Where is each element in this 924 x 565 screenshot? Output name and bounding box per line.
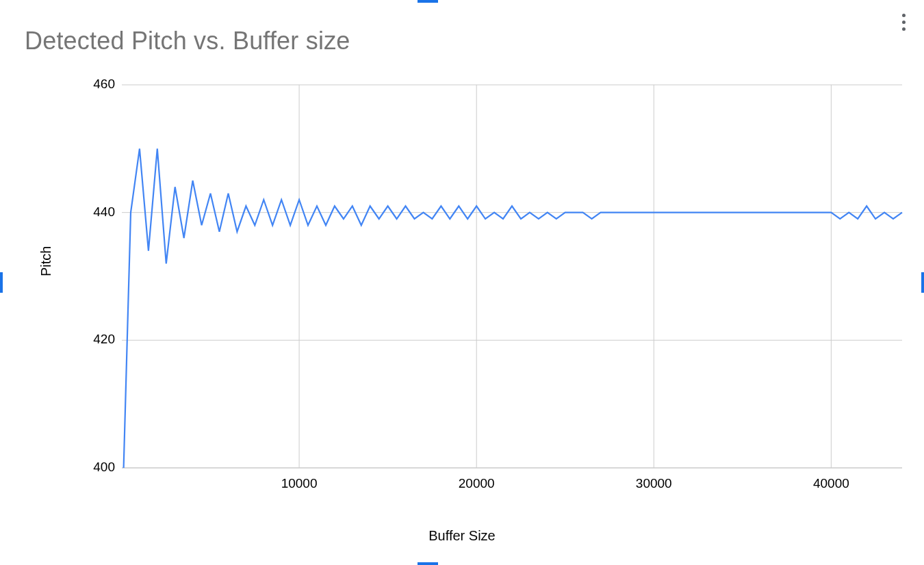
kebab-dot-icon [902, 27, 906, 31]
kebab-dot-icon [902, 14, 906, 17]
series-line [124, 148, 902, 468]
y-tick-label: 440 [74, 205, 115, 220]
selection-handle-right[interactable] [921, 272, 924, 293]
y-tick-label: 400 [74, 460, 115, 475]
x-tick-label: 40000 [804, 476, 858, 491]
x-axis-label: Buffer Size [4, 528, 920, 544]
chart-menu-button[interactable] [895, 10, 912, 34]
y-tick-label: 460 [74, 77, 115, 92]
selection-handle-left[interactable] [0, 272, 3, 293]
plot-area [122, 85, 902, 468]
kebab-dot-icon [902, 21, 906, 24]
y-axis-label: Pitch [38, 246, 54, 276]
chart-card[interactable]: Detected Pitch vs. Buffer size Pitch Buf… [4, 3, 920, 562]
x-tick-label: 20000 [449, 476, 504, 491]
chart-title: Detected Pitch vs. Buffer size [25, 27, 350, 55]
x-tick-label: 10000 [272, 476, 326, 491]
y-tick-label: 420 [74, 332, 115, 347]
plot-svg [122, 85, 902, 468]
selection-handle-bottom[interactable] [418, 562, 438, 565]
x-tick-label: 30000 [626, 476, 681, 491]
